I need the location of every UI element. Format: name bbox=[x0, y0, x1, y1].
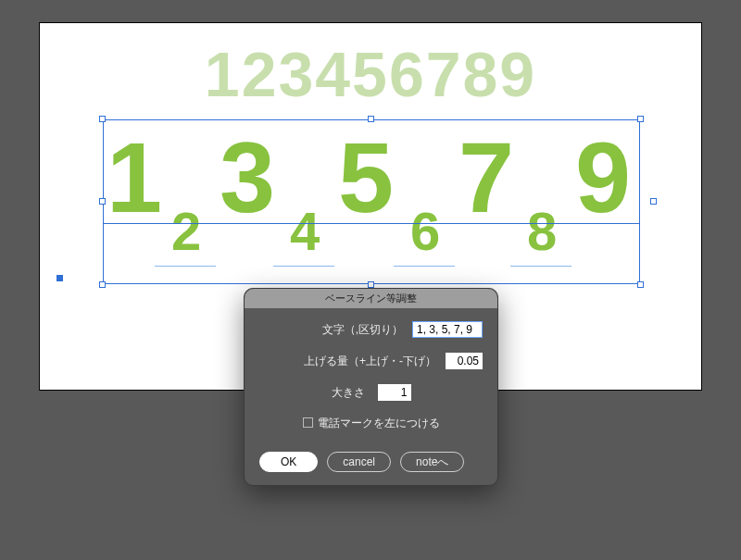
chars-input[interactable] bbox=[412, 321, 483, 338]
ghost-number-row: 123456789 bbox=[40, 38, 701, 110]
amount-label: 上げる量（+上げ・-下げ） bbox=[259, 354, 436, 369]
resize-handle[interactable] bbox=[637, 116, 644, 122]
note-button[interactable]: noteへ bbox=[400, 452, 464, 472]
char-underline bbox=[273, 266, 334, 267]
resize-handle[interactable] bbox=[99, 116, 106, 122]
ok-button[interactable]: OK bbox=[259, 452, 318, 472]
chars-label: 文字（,区切り） bbox=[259, 322, 403, 338]
size-input[interactable] bbox=[378, 384, 411, 401]
size-label: 大きさ bbox=[332, 385, 365, 401]
dialog-title: ベースライン等調整 bbox=[245, 289, 497, 308]
resize-handle[interactable] bbox=[99, 198, 106, 205]
resize-handle[interactable] bbox=[99, 281, 106, 288]
text-selection-box[interactable] bbox=[103, 119, 640, 284]
baseline-guide bbox=[103, 223, 640, 224]
char-underline bbox=[394, 266, 455, 267]
phone-mark-label: 電話マークを左につける bbox=[318, 417, 440, 429]
char-underline bbox=[510, 266, 571, 267]
resize-handle[interactable] bbox=[368, 116, 374, 122]
resize-handle[interactable] bbox=[368, 281, 374, 288]
resize-handle[interactable] bbox=[637, 281, 644, 288]
amount-input[interactable] bbox=[446, 353, 483, 369]
resize-handle[interactable] bbox=[650, 198, 657, 205]
anchor-point[interactable] bbox=[57, 275, 63, 281]
selection-frame bbox=[103, 119, 640, 284]
cancel-button[interactable]: cancel bbox=[327, 452, 391, 472]
char-underline bbox=[155, 266, 216, 267]
baseline-adjust-dialog: ベースライン等調整 文字（,区切り） 上げる量（+上げ・-下げ） 大きさ 電話マ… bbox=[244, 288, 498, 486]
phone-mark-checkbox[interactable] bbox=[303, 417, 313, 428]
